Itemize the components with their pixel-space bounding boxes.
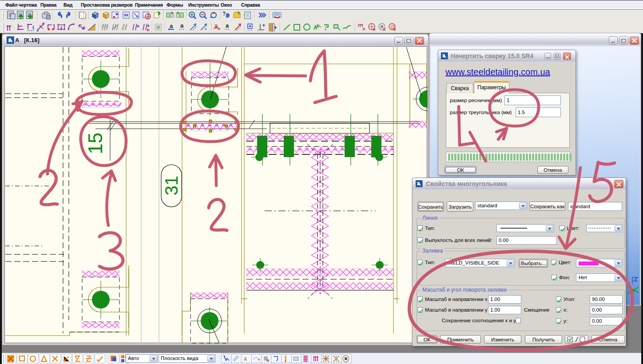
svg-text:@: @ (390, 24, 395, 29)
svg-text:31: 31 (162, 176, 181, 196)
svg-text:a: a (244, 356, 247, 362)
svg-text:?: ? (222, 11, 226, 17)
svg-text:15: 15 (84, 133, 106, 154)
svg-text:a: a (226, 22, 229, 29)
svg-text:a: a (170, 23, 173, 29)
svg-text:a: a (180, 22, 184, 29)
svg-text:Z: Z (634, 275, 638, 283)
